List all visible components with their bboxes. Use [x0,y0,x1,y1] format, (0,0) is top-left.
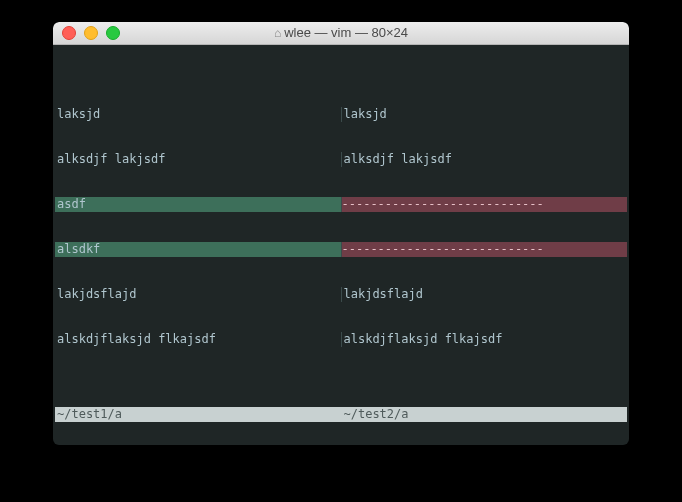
left-pane-path: ~/test1/a [55,407,341,422]
right-line: laksjd [342,107,387,121]
diff-row: alsdkf ---------------------------- [55,242,627,257]
terminal-window: ⌂wlee — vim — 80×24 laksjd laksjd alksdj… [53,22,629,445]
right-line-deleted: ---------------------------- [342,242,628,257]
left-line: lakjdsflajd [55,287,136,301]
right-line: alksdjf lakjsdf [342,152,452,166]
window-title-text: wlee — vim — 80×24 [284,25,408,40]
right-line: alskdjflaksjd flkajsdf [342,332,503,346]
diff-row: lakjdsflajd lakjdsflajd [55,287,627,302]
right-line-deleted: ---------------------------- [342,197,628,212]
diff-row: laksjd laksjd [55,107,627,122]
left-line: asdf [55,197,86,211]
titlebar[interactable]: ⌂wlee — vim — 80×24 [53,22,629,45]
home-icon: ⌂ [274,26,281,41]
diff-row: alksdjf lakjsdf alksdjf lakjsdf [55,152,627,167]
left-line: laksjd [55,107,100,121]
left-line: alksdjf lakjsdf [55,152,165,166]
left-line: alskdjflaksjd flkajsdf [55,332,216,346]
diff-row: asdf ---------------------------- [55,197,627,212]
terminal-content[interactable]: laksjd laksjd alksdjf lakjsdf alksdjf la… [55,47,627,443]
right-line: lakjdsflajd [342,287,423,301]
window-title: ⌂wlee — vim — 80×24 [53,25,629,41]
right-pane-path: ~/test2/a [341,407,627,422]
left-line: alsdkf [55,242,100,256]
diff-row: alskdjflaksjd flkajsdf alskdjflaksjd flk… [55,332,627,347]
pane-status-row: ~/test1/a ~/test2/a [55,407,627,422]
